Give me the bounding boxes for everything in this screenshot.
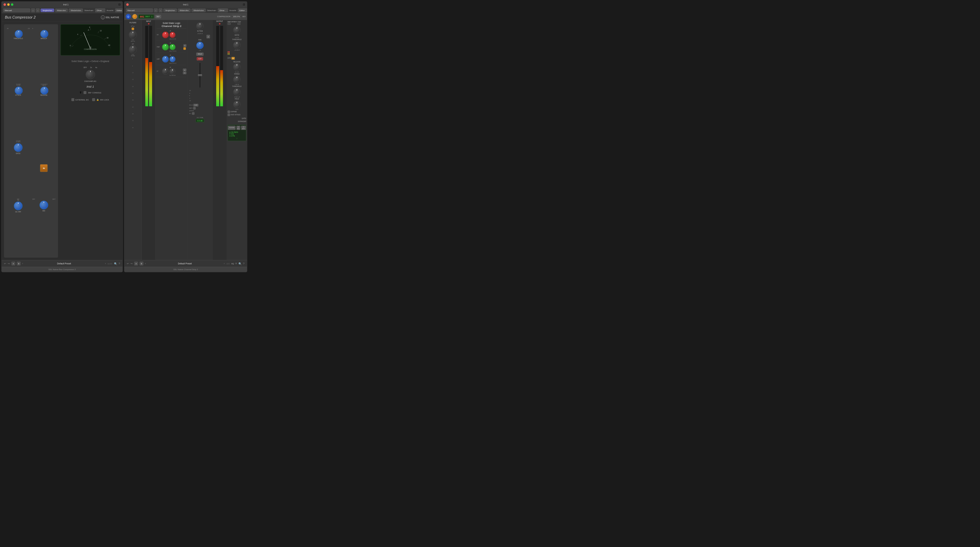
cs-preset-next-arrow[interactable]: › [224,262,224,265]
nav-back-btn[interactable]: ‹ [31,8,35,12]
lmf-freq-knob[interactable] [170,56,177,62]
undo-btn[interactable]: Widerrufen [55,9,68,12]
mix-lock-checkbox[interactable] [92,98,95,101]
compare-btn[interactable]: Vergleichen [41,9,54,12]
lf-down-btn[interactable]: ▼ [183,72,186,74]
cs-view-dropdown[interactable]: Editor [238,8,247,12]
ratio-knob[interactable] [14,143,22,152]
lf-db-knob[interactable] [162,68,169,75]
cs-a-btn[interactable]: A [134,262,138,266]
filter-down-arrow[interactable]: ↓ [229,137,245,139]
cs-nav-back-btn[interactable]: ‹ [154,8,158,12]
minimize-btn[interactable] [8,3,10,6]
in-button[interactable]: IN [40,164,48,172]
b-btn[interactable]: B [17,262,21,266]
cs-preset-dropdown[interactable]: Manuell [126,8,153,12]
phase-btn[interactable]: ø [207,35,210,38]
cs-redo-icon[interactable]: ↪ [130,262,132,265]
cs-redo-btn[interactable]: Wiederholen [191,9,206,12]
lf-up-btn[interactable]: ▲ [183,68,186,71]
comp-release-indicator [237,64,237,66]
cs-help-icon[interactable]: ? [243,262,245,265]
fast-attack-checkbox[interactable] [228,114,230,116]
lp-power-btn[interactable] [132,28,134,30]
hmf-freq-knob[interactable] [170,44,177,50]
cs-360-btn[interactable]: 360° [155,15,161,18]
sc-checkbox[interactable] [192,112,194,114]
eq-active-btn[interactable] [183,48,186,50]
mix-knob[interactable] [40,201,48,210]
external-sc-checkbox[interactable] [72,98,74,101]
help-icon[interactable]: ? [119,262,120,265]
lf-freq-knob[interactable] [170,68,176,75]
cs-hq-btn[interactable]: HQ [231,263,234,265]
release-control: .3 .4 .6 .8 1.2.1 AUTO RELEASE [32,84,56,138]
expand-checkbox[interactable] [228,111,230,113]
makeup-knob[interactable] [40,30,48,37]
preset-prev-arrow[interactable]: ‹ [22,262,23,265]
comp-release-knob[interactable] [233,64,241,71]
e-btn[interactable]: E [183,45,186,47]
cs-power-indicator[interactable] [132,14,137,19]
cs-power-btn[interactable]: ⏻ [126,14,131,19]
sidechain-dropdown[interactable]: Ohne [95,8,105,12]
comp-range-knob[interactable] [233,76,241,83]
fader-scale: -12 -6 0 -5 -10 [189,90,211,102]
lp-knob[interactable] [129,31,137,39]
fader-thumb[interactable] [198,74,202,76]
comp-ratio-knob[interactable] [233,26,241,34]
cs-compare-btn[interactable]: Vergleichen [164,9,177,12]
redo-btn[interactable]: Wiederholen [69,9,83,12]
cut-btn[interactable]: CUT [197,57,203,60]
cs-sidechain-dropdown[interactable]: Ohne [218,8,228,12]
clr-btn[interactable]: CLR [194,104,198,107]
fast-attack-led[interactable] [228,23,231,25]
hp-knob[interactable] [129,46,137,54]
cs-nav-forward-btn[interactable]: › [159,8,162,12]
lmf-db-knob[interactable] [162,56,169,63]
cs-undo-icon[interactable]: ↩ [127,262,129,265]
search-icon[interactable]: 🔍 [114,262,117,266]
undo-icon[interactable]: ↩ [4,262,6,265]
close-btn[interactable] [4,3,6,6]
threshold-knob[interactable] [14,30,22,37]
bc-controls-panel: -20 +20 THRESHOLD 0 [4,24,58,258]
console-row: 🎙 360° CONSOLE [61,91,120,94]
console-checkbox[interactable] [84,91,86,94]
a-btn[interactable]: A [11,262,15,266]
comp-threshold2-knob[interactable] [233,88,241,95]
in-trim-knob[interactable] [196,22,204,30]
peak-led[interactable] [237,23,240,25]
redo-icon[interactable]: ↪ [8,262,10,265]
solo-btn[interactable]: SOLO [196,52,204,56]
cs-settings-icon[interactable]: ≡ [235,262,237,265]
preset-dropdown[interactable]: Manuell [3,8,30,12]
safe-checkbox[interactable] [193,107,196,109]
cs-undo-btn[interactable]: Widerrufen [178,9,191,12]
hf-freq-knob[interactable] [170,32,176,38]
view-dropdown[interactable]: Editor [115,8,123,12]
oeq-display-btn[interactable]: O EQ [236,126,240,130]
nav-forward-btn[interactable]: › [36,8,40,12]
pan-knob[interactable] [196,41,204,49]
attack-knob[interactable] [14,87,22,94]
comp-threshold-knob[interactable] [233,41,241,49]
cs-b-btn[interactable]: B [140,262,143,266]
sc-hpf-knob[interactable] [14,202,22,210]
preset-next-arrow[interactable]: › [105,262,106,265]
maximize-btn[interactable] [11,3,13,6]
cs-eq-section: Solid State Logic Channel Strip 2 HF dB [156,20,188,260]
cs-close-btn[interactable] [126,3,129,6]
hf-db-knob[interactable] [162,32,169,38]
in-trim-label: IN TRIM [197,30,203,32]
comp-hold-knob[interactable] [233,100,241,108]
hmf-db-knob[interactable] [162,44,169,51]
release-knob[interactable] [40,87,48,94]
dyn-toggle-btn[interactable]: ■ [232,57,235,60]
oext-display-btn[interactable]: O EXT [241,126,246,130]
cs-search-icon[interactable]: 🔍 [239,262,242,266]
oversampling-knob[interactable] [86,70,95,79]
output-vu-fill-1 [216,66,219,107]
filters-display-btn[interactable]: FILTERS [228,126,235,130]
cs-preset-prev-arrow[interactable]: ‹ [145,262,146,265]
